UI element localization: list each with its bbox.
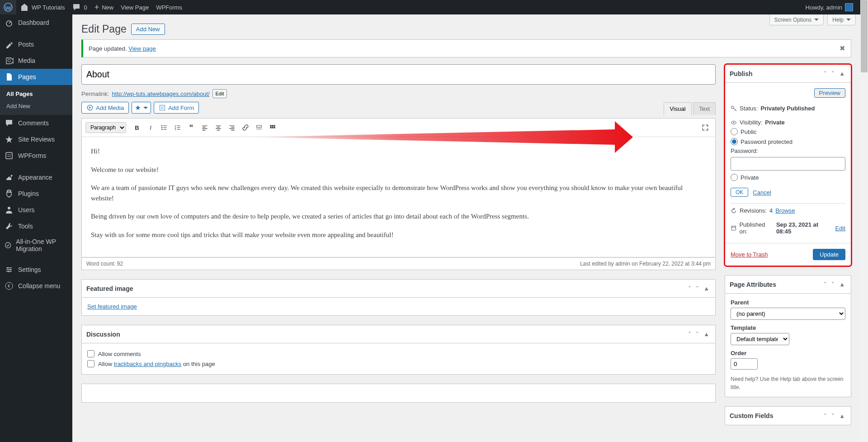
move-down-icon[interactable]: ˅ <box>830 280 836 289</box>
menu-plugins[interactable]: Plugins <box>0 185 72 202</box>
svg-rect-19 <box>270 125 271 126</box>
visibility-cancel-link[interactable]: Cancel <box>753 189 771 196</box>
menu-site-reviews[interactable]: Site Reviews <box>0 131 72 147</box>
menu-aio-migration[interactable]: All-in-One WP Migration <box>0 234 72 256</box>
set-featured-image-link[interactable]: Set featured image <box>87 303 137 310</box>
quote-button[interactable]: “ <box>185 121 198 134</box>
allow-trackbacks-checkbox[interactable] <box>87 360 94 367</box>
text-tab[interactable]: Text <box>693 102 716 115</box>
visibility-password-radio[interactable] <box>731 138 738 145</box>
ul-button[interactable] <box>158 121 170 134</box>
visibility-ok-button[interactable]: OK <box>731 188 748 197</box>
permalink-edit-button[interactable]: Edit <box>212 89 227 98</box>
menu-comments[interactable]: Comments <box>0 115 72 131</box>
editor-content[interactable]: Hi! Welcome to our website! We are a tea… <box>81 137 716 257</box>
status-value: Privately Published <box>760 105 815 112</box>
page-scrollbar[interactable] <box>860 0 868 442</box>
help-button[interactable]: Help <box>827 14 856 25</box>
screen-options-button[interactable]: Screen Options <box>769 14 824 25</box>
admin-bar: WP Tutorials 0 +New View Page WPForms Ho… <box>0 0 860 14</box>
template-label: Template <box>731 324 845 331</box>
move-up-icon[interactable]: ˄ <box>822 412 828 420</box>
order-input[interactable] <box>731 358 758 370</box>
visibility-public-radio[interactable] <box>731 128 738 135</box>
star-dropdown-button[interactable] <box>132 102 151 114</box>
edit-date-link[interactable]: Edit <box>835 225 845 232</box>
move-to-trash-link[interactable]: Move to Trash <box>731 251 768 258</box>
template-select[interactable]: Default template <box>731 333 789 345</box>
parent-select[interactable]: (no parent) <box>731 308 845 320</box>
align-left-button[interactable] <box>198 121 211 134</box>
revisions-count: 4 <box>769 207 773 214</box>
bold-button[interactable]: B <box>131 121 143 134</box>
toggle-icon[interactable]: ▲ <box>838 280 846 289</box>
comments-link[interactable]: 0 <box>68 0 90 14</box>
browse-revisions-link[interactable]: Browse <box>775 207 795 214</box>
add-new-page-button[interactable]: Add New <box>131 24 165 35</box>
menu-media[interactable]: Media <box>0 52 72 69</box>
avatar <box>845 3 853 11</box>
view-page-link[interactable]: View Page <box>117 0 152 14</box>
password-input[interactable] <box>731 157 845 171</box>
ol-button[interactable]: 123 <box>171 121 184 134</box>
permalink-url[interactable]: http://wp-tuts.atwebpages.com/about/ <box>112 90 209 97</box>
move-up-icon[interactable]: ˄ <box>687 284 693 293</box>
allow-comments-checkbox[interactable] <box>87 350 94 357</box>
menu-users[interactable]: Users <box>0 202 72 218</box>
toggle-icon[interactable]: ▲ <box>838 69 846 78</box>
menu-tools[interactable]: Tools <box>0 218 72 234</box>
menu-wpforms[interactable]: WPForms <box>0 147 72 164</box>
editor-status-bar: Word count: 92 Last edited by admin on F… <box>81 257 716 270</box>
move-down-icon[interactable]: ˅ <box>694 330 700 338</box>
add-form-button[interactable]: Add Form <box>154 102 199 114</box>
align-center-button[interactable] <box>212 121 225 134</box>
move-down-icon[interactable]: ˅ <box>694 284 700 293</box>
svg-rect-24 <box>274 127 275 128</box>
menu-pages[interactable]: Pages <box>0 69 72 85</box>
move-down-icon[interactable]: ˅ <box>830 69 836 78</box>
menu-appearance[interactable]: Appearance <box>0 169 72 185</box>
menu-collapse[interactable]: Collapse menu <box>0 278 72 294</box>
move-down-icon[interactable]: ˅ <box>830 412 836 420</box>
status-label: Status: <box>740 105 758 112</box>
wp-logo[interactable] <box>0 0 16 14</box>
preview-button[interactable]: Preview <box>814 88 845 98</box>
submenu-all-pages[interactable]: All Pages <box>0 88 72 100</box>
move-up-icon[interactable]: ˄ <box>687 330 693 338</box>
wpforms-link[interactable]: WPForms <box>152 0 186 14</box>
site-name-link[interactable]: WP Tutorials <box>16 0 68 14</box>
new-link[interactable]: +New <box>91 0 118 14</box>
menu-settings[interactable]: Settings <box>0 261 72 278</box>
menu-posts[interactable]: Posts <box>0 36 72 52</box>
svg-rect-18 <box>256 125 261 127</box>
page-title-input[interactable] <box>81 64 716 85</box>
last-edited: Last edited by admin on February 22, 202… <box>580 261 711 267</box>
revisions-icon <box>731 208 737 214</box>
update-button[interactable]: Update <box>813 249 845 260</box>
submenu-add-new[interactable]: Add New <box>0 100 72 112</box>
visibility-private-radio[interactable] <box>731 174 738 181</box>
link-button[interactable] <box>239 121 252 134</box>
svg-rect-27 <box>731 226 736 230</box>
toggle-icon[interactable]: ▲ <box>702 330 711 338</box>
toggle-icon[interactable]: ▲ <box>702 284 711 293</box>
more-button[interactable] <box>253 121 265 134</box>
fullscreen-button[interactable] <box>699 121 712 134</box>
format-select[interactable]: Paragraph <box>85 122 126 133</box>
visual-tab[interactable]: Visual <box>664 102 691 115</box>
revisions-label: Revisions: <box>740 207 767 214</box>
svg-point-7 <box>10 269 11 271</box>
move-up-icon[interactable]: ˄ <box>822 69 828 78</box>
view-page-link[interactable]: View page <box>128 45 156 52</box>
add-media-button[interactable]: Add Media <box>81 102 129 114</box>
align-right-button[interactable] <box>226 121 238 134</box>
dismiss-notice-icon[interactable]: ✖ <box>840 44 845 52</box>
move-up-icon[interactable]: ˄ <box>822 280 828 289</box>
italic-button[interactable]: I <box>144 121 157 134</box>
trackbacks-link[interactable]: trackbacks and pingbacks <box>114 361 182 367</box>
my-account[interactable]: Howdy, admin <box>802 0 857 14</box>
toggle-icon[interactable]: ▲ <box>838 412 846 420</box>
page-title: Edit Page Add New <box>81 19 851 37</box>
toolbar-toggle-button[interactable] <box>266 121 279 134</box>
menu-dashboard[interactable]: Dashboard <box>0 14 72 31</box>
